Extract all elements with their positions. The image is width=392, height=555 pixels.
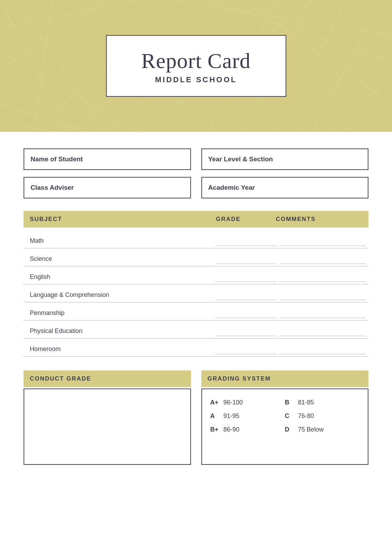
svg-line-9 [277,0,347,132]
class-adviser-label: Class Adviser [31,184,74,191]
grade-range: 81-85 [298,399,314,406]
table-row[interactable]: Science [24,248,368,266]
grade-line [216,274,276,282]
table-row[interactable]: Language & Comprehension [24,284,368,302]
subject-name: Science [30,255,216,264]
svg-line-3 [0,0,139,28]
comments-column-header: COMMENTS [276,216,362,223]
subject-name: Math [30,237,216,246]
svg-line-1 [17,0,104,132]
grade-line [216,347,276,354]
subject-column-header: SUBJECT [30,216,216,223]
grade-range: 96-100 [224,399,243,406]
conduct-grade-box[interactable] [24,388,191,465]
grade-range: 76-80 [298,412,314,420]
svg-line-6 [0,104,87,132]
comment-line [279,256,366,264]
comment-line [279,292,366,300]
main-content: Name of Student Year Level & Section Cla… [0,132,392,486]
comment-line [279,347,366,354]
svg-line-10 [312,0,381,132]
grade-line [216,328,276,336]
table-row[interactable]: Math [24,230,368,248]
table-row[interactable]: Homeroom [24,339,368,357]
grade-line [216,238,276,246]
subjects-table-header: SUBJECT GRADE COMMENTS [24,211,368,228]
student-name-label: Name of Student [31,155,83,163]
comment-line [279,310,366,318]
subject-name: Homeroom [30,345,216,354]
subject-name: English [30,273,216,282]
conduct-grade-header: CONDUCT GRADE [24,370,191,387]
class-adviser-field[interactable]: Class Adviser [24,177,191,198]
comment-line [279,274,366,282]
svg-line-11 [329,35,392,132]
svg-line-2 [35,0,52,132]
grade-letter: D [285,426,295,433]
grade-range: 86-90 [224,426,239,433]
grade-letter: C [285,412,295,420]
grade-line [216,292,276,300]
year-level-section-field[interactable]: Year Level & Section [201,148,369,170]
year-level-section-label: Year Level & Section [208,155,273,163]
header-title-box: Report Card MIDDLE SCHOOL [106,35,286,97]
grade-line [216,310,276,318]
subject-name: Penmanship [30,309,216,318]
grading-row: A+ 96-100 B 81-85 [210,399,360,406]
school-level-subtitle: MIDDLE SCHOOL [124,75,268,84]
header-section: Report Card MIDDLE SCHOOL [0,0,392,132]
academic-year-field[interactable]: Academic Year [201,177,369,198]
grading-row: A 91-95 C 76-80 [210,412,360,420]
subjects-table-body: Math Science English Language & Comprehe… [24,230,368,357]
svg-line-15 [173,0,392,35]
grade-letter: B+ [210,426,220,433]
svg-line-0 [0,0,69,132]
subject-name: Physical Education [30,327,216,336]
grade-column-header: GRADE [216,216,276,223]
svg-line-4 [0,0,104,69]
student-name-field[interactable]: Name of Student [24,148,191,170]
subject-name: Language & Comprehension [30,291,216,300]
grading-system-section: GRADING SYSTEM A+ 96-100 B 81-85 A 91-95… [201,370,369,465]
grade-letter: A+ [210,399,220,406]
grade-line [216,256,276,264]
svg-line-12 [347,69,392,132]
comment-line [279,328,366,336]
student-info-row-1: Name of Student Year Level & Section [24,148,368,170]
table-row[interactable]: Penmanship [24,302,368,321]
report-card-title: Report Card [124,49,268,72]
grading-system-box: A+ 96-100 B 81-85 A 91-95 C 76-80 B+ 86-… [201,388,369,465]
grade-range: 91-95 [224,412,239,420]
grading-system-header: GRADING SYSTEM [201,370,369,387]
grade-letter: B [285,399,295,406]
comment-line [279,238,366,246]
student-info-row-2: Class Adviser Academic Year [24,177,368,198]
grade-range: 75 Below [298,426,324,433]
academic-year-label: Academic Year [208,184,255,191]
table-row[interactable]: English [24,266,368,284]
grading-row: B+ 86-90 D 75 Below [210,426,360,433]
grade-letter: A [210,412,220,420]
table-row[interactable]: Physical Education [24,321,368,339]
conduct-grade-section: CONDUCT GRADE [24,370,191,465]
bottom-section: CONDUCT GRADE GRADING SYSTEM A+ 96-100 B… [24,370,368,465]
